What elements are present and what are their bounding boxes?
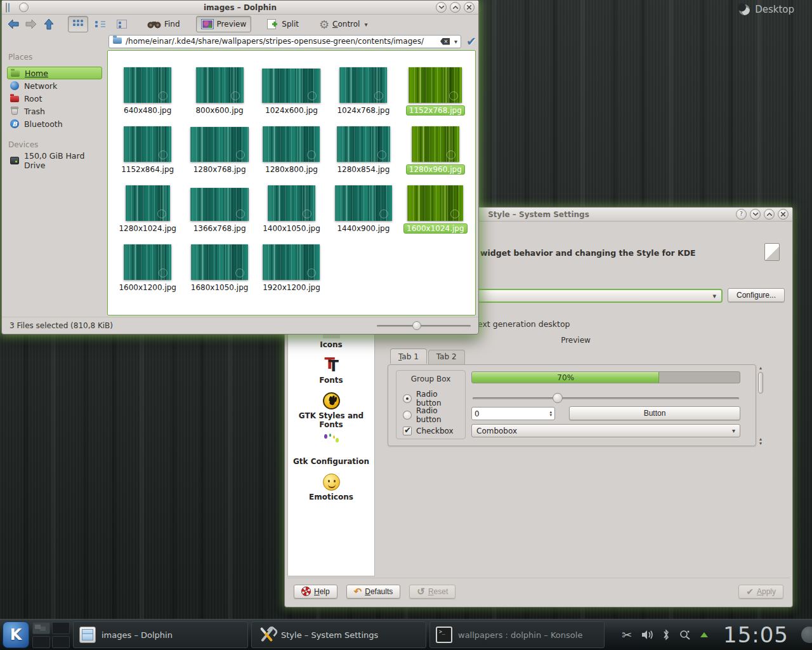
scroll-up-icon[interactable]: ▴	[759, 365, 762, 371]
place-root[interactable]: Root	[7, 92, 102, 105]
task-dolphin[interactable]: images – Dolphin	[73, 621, 248, 648]
pager-desktop-3[interactable]	[32, 636, 50, 648]
file-item[interactable]: 640x480.jpg	[112, 57, 183, 116]
place-home[interactable]: Home	[7, 67, 102, 79]
pager-desktop-2[interactable]	[52, 622, 70, 634]
place-network[interactable]: Network	[7, 79, 102, 92]
scrollbar-handle[interactable]	[758, 372, 763, 394]
file-item[interactable]: 1440x900.jpg	[327, 175, 399, 234]
file-item[interactable]: 1600x1024.jpg	[400, 175, 471, 234]
sample-slider[interactable]	[473, 393, 739, 403]
help-button[interactable]: Help	[294, 585, 337, 599]
sample-combobox[interactable]: Combobox ▾	[471, 424, 740, 437]
split-view-icon	[267, 19, 278, 29]
pager-desktop-4[interactable]	[52, 636, 70, 648]
volume-icon[interactable]	[641, 629, 653, 640]
accept-location-icon[interactable]: ✔	[466, 34, 476, 48]
sample-checkbox[interactable]: Checkbox	[403, 427, 454, 435]
icons-view-button[interactable]	[68, 16, 88, 32]
zoom-slider-handle[interactable]	[412, 321, 421, 330]
bluetooth-tray-icon[interactable]	[662, 629, 670, 640]
file-item[interactable]: 1280x800.jpg	[256, 116, 327, 175]
help-titlebar-button[interactable]: ?	[736, 209, 747, 220]
forward-button[interactable]	[23, 17, 39, 32]
close-button[interactable]	[464, 2, 475, 13]
klipper-scissors-icon[interactable]: ✂	[622, 629, 632, 641]
wallpaper-thumbnail	[190, 188, 249, 221]
folder-view[interactable]: 640x480.jpg 800x600.jpg 1024x600.jpg 102…	[107, 50, 476, 315]
window-menu-icon[interactable]	[6, 3, 16, 12]
maximize-button[interactable]	[764, 209, 775, 220]
desktop-toolbox[interactable]: Desktop	[739, 4, 794, 15]
file-item[interactable]: 800x600.jpg	[183, 57, 255, 116]
file-item[interactable]: 1600x1200.jpg	[112, 234, 183, 293]
configure-button[interactable]: Configure...	[728, 288, 785, 302]
sidebar-item-gtk-styles[interactable]: GTK Styles and Fonts	[288, 392, 374, 429]
clear-location-icon[interactable]: ×	[440, 38, 450, 45]
minimize-button[interactable]	[750, 209, 761, 220]
reset-button[interactable]: ↺ Reset	[409, 585, 455, 599]
split-button[interactable]: Split	[263, 16, 303, 32]
preview-scrollbar[interactable]: ▴ ▴▾	[757, 365, 764, 446]
file-item[interactable]: 1366x768.jpg	[183, 175, 255, 234]
radio-button-2[interactable]: Radio button	[403, 406, 465, 424]
folder-icon	[112, 37, 122, 45]
file-item[interactable]: 1400x1050.jpg	[256, 175, 327, 234]
maximize-button[interactable]	[450, 2, 461, 13]
tab-2[interactable]: Tab 2	[428, 350, 465, 365]
file-item[interactable]: 1024x600.jpg	[256, 57, 327, 116]
sidebar-item-emoticons[interactable]: Emoticons	[288, 474, 374, 501]
sticky-button[interactable]	[19, 3, 29, 12]
file-item[interactable]: 812x650.jpg	[112, 175, 183, 234]
minimize-button[interactable]	[436, 2, 447, 13]
desktop-pager[interactable]	[32, 622, 70, 648]
control-button[interactable]: ⚙ Control ▾	[315, 16, 372, 32]
place-bluetooth[interactable]: B Bluetooth	[7, 117, 102, 130]
file-item[interactable]: 1024x768.jpg	[327, 57, 399, 116]
place-trash[interactable]: Trash	[7, 105, 102, 117]
device-hard-drive[interactable]: 150,0 GiB Hard Drive	[7, 154, 102, 167]
file-item[interactable]: 1152x864.jpg	[112, 116, 183, 175]
location-input[interactable]: /home/einar/.kde4/share/wallpapers/strip…	[108, 35, 461, 48]
file-name: 1024x600.jpg	[263, 105, 320, 116]
scroll-down-icon[interactable]: ▾	[759, 441, 762, 446]
clock[interactable]: 15:05	[717, 622, 792, 647]
sample-spinbox[interactable]: 0 ▴▾	[471, 407, 555, 420]
wallpaper-thumbnail	[335, 185, 392, 221]
file-item[interactable]: 1280x960.jpg	[400, 116, 471, 175]
apply-button[interactable]: ✔ Apply	[738, 585, 783, 599]
file-item[interactable]: 1680x1050.jpg	[183, 234, 255, 293]
file-item[interactable]: 1280x768.jpg	[183, 116, 255, 175]
columns-view-button[interactable]	[112, 16, 131, 32]
task-system-settings[interactable]: Style – System Settings	[251, 621, 426, 648]
file-item[interactable]: 1280x854.jpg	[327, 116, 399, 175]
location-dropdown-icon[interactable]: ▾	[454, 38, 457, 45]
cashew-icon[interactable]	[739, 4, 750, 15]
kde-menu-button[interactable]: K	[3, 621, 29, 648]
zoom-slider[interactable]	[377, 321, 471, 330]
expand-tray-icon[interactable]	[700, 632, 708, 637]
dolphin-titlebar[interactable]: images – Dolphin	[2, 1, 478, 15]
task-konsole[interactable]: >_ wallpapers : dolphin – Konsole	[429, 621, 605, 648]
slider-handle[interactable]	[553, 393, 563, 403]
file-item[interactable]: 1152x768.jpg	[400, 57, 471, 116]
radio-button-1[interactable]: Radio button	[403, 390, 465, 408]
preview-toggle-button[interactable]: Preview	[196, 16, 252, 32]
close-button[interactable]	[778, 209, 789, 220]
panel-toolbox-icon[interactable]	[801, 627, 812, 643]
up-button[interactable]	[41, 17, 56, 32]
search-tool-icon[interactable]	[679, 629, 691, 640]
preview-image-icon	[201, 19, 214, 29]
sample-button[interactable]: Button	[569, 406, 740, 420]
find-button[interactable]: Find	[143, 16, 185, 32]
sidebar-item-gtk-configuration[interactable]: Gtk Configuration	[288, 438, 374, 466]
tab-1[interactable]: Tab 1	[390, 348, 427, 364]
spinbox-arrows-icon[interactable]: ▴▾	[549, 411, 552, 417]
file-item[interactable]: 1920x1200.jpg	[256, 234, 327, 293]
file-name: 1280x854.jpg	[334, 164, 392, 175]
pager-desktop-1[interactable]	[32, 622, 50, 634]
back-button[interactable]	[6, 17, 21, 32]
defaults-button[interactable]: ↶ Defaults	[346, 585, 401, 599]
details-view-button[interactable]	[91, 16, 110, 32]
sidebar-item-fonts[interactable]: Fonts	[288, 357, 374, 385]
